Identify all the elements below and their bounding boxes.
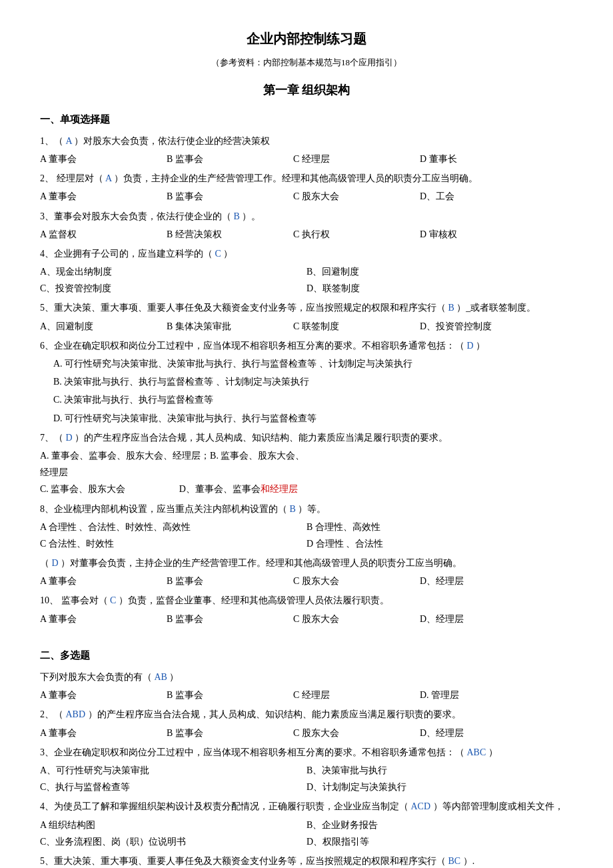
mq1: 下列对股东大会负责的有（ AB ） A 董事会 B 监事会 C 经理层 D. 管… <box>40 669 573 703</box>
q9: （ D ）对董事会负责，主持企业的生产经营管理工作。经理和其他高级管理人员的职责… <box>40 555 573 589</box>
q10: 10、 监事会对（ C ）负责，监督企业董事、经理和其他高级管理人员依法履行职责… <box>40 592 573 627</box>
q1: 1、（ A ）对股东大会负责，依法行使企业的经营决策权 A 董事会 B 监事会 … <box>40 133 573 167</box>
chapter-title: 第一章 组织架构 <box>40 79 573 101</box>
subtitle: （参考资料：内部控制基本规范与18个应用指引） <box>40 55 573 70</box>
mq2: 2、（ ABD ）的产生程序应当合法合规，其人员构成、知识结构、能力素质应当满足… <box>40 706 573 741</box>
section2-title: 二、多选题 <box>40 647 573 665</box>
q5: 5、重大决策、重大事项、重要人事任免及大额资金支付业务等，应当按照规定的权限和程… <box>40 299 573 334</box>
q6: 6、企业在确定职权和岗位分工过程中，应当体现不相容职务相互分离的要求。不相容职务… <box>40 337 573 427</box>
mq4: 4、为使员工了解和掌握组织架构设计及权责分配情况，正确履行职责，企业业应当制定（… <box>40 798 573 850</box>
q7: 7、（ D ）的产生程序应当合法合规，其人员构成、知识结构、能力素质应当满足履行… <box>40 429 573 498</box>
mq3: 3、企业在确定职权和岗位分工过程中，应当体现不相容职务相互分离的要求。不相容职务… <box>40 744 573 796</box>
q4: 4、企业拥有子公司的，应当建立科学的（ C ） A、现金出纳制度 B、回避制度 … <box>40 245 573 297</box>
section1-title: 一、单项选择题 <box>40 111 573 129</box>
q2: 2、 经理层对（ A ）负责，主持企业的生产经营管理工作。经理和其他高级管理人员… <box>40 170 573 205</box>
mq5: 5、重大决策、重大事项、重要人事任免及大额资金支付业务等，应当按照规定的权限和程… <box>40 853 573 868</box>
q8: 8、企业梳理内部机构设置，应当重点关注内部机构设置的（ B ）等。 A 合理性 … <box>40 501 573 553</box>
page-title: 企业内部控制练习题 <box>40 27 573 51</box>
q3: 3、董事会对股东大会负责，依法行使企业的（ B ）。 A 监督权 B 经营决策权… <box>40 208 573 243</box>
